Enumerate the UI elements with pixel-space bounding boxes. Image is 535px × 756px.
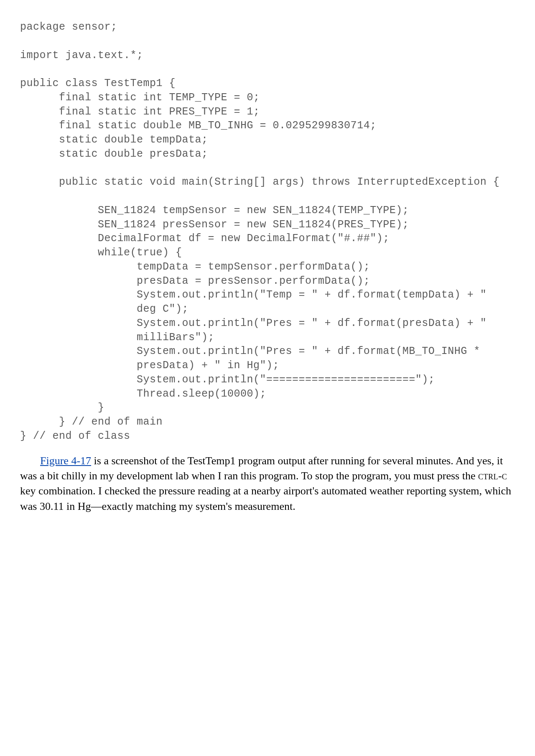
body-text-2: key combination. I checked the pressure …	[20, 485, 511, 512]
code-line: Thread.sleep(10000);	[20, 388, 266, 400]
code-line: milliBars");	[20, 331, 214, 344]
code-line: presData = presSensor.performData();	[20, 275, 370, 287]
ctrl-key-text: ctrl	[478, 470, 498, 482]
code-line: static double tempData;	[20, 134, 208, 146]
code-line: tempData = tempSensor.performData();	[20, 261, 370, 273]
code-line: System.out.println("Temp = " + df.format…	[20, 289, 487, 301]
code-line: System.out.println("Pres = " + df.format…	[20, 317, 487, 329]
code-line: } // end of main	[20, 416, 163, 428]
code-line: presData) + " in Hg");	[20, 359, 279, 372]
c-key-text: c	[502, 470, 507, 482]
code-line: public static void main(String[] args) t…	[20, 176, 499, 188]
code-line: deg C");	[20, 303, 189, 315]
code-line: while(true) {	[20, 247, 182, 259]
figure-link[interactable]: Figure 4-17	[40, 455, 91, 467]
code-line: }	[20, 402, 104, 414]
code-line: System.out.println("====================…	[20, 374, 435, 386]
code-block: package sensor; import java.text.*; publ…	[20, 20, 515, 443]
code-line: } // end of class	[20, 430, 130, 442]
code-line: static double presData;	[20, 148, 208, 160]
body-paragraph: Figure 4-17 is a screenshot of the TestT…	[20, 453, 515, 514]
code-line: package sensor;	[20, 21, 117, 33]
code-line: final static double MB_TO_INHG = 0.02952…	[20, 120, 377, 132]
code-line: SEN_11824 presSensor = new SEN_11824(PRE…	[20, 219, 409, 231]
code-line: DecimalFormat df = new DecimalFormat("#.…	[20, 232, 390, 244]
code-line: System.out.println("Pres = " + df.format…	[20, 345, 480, 357]
body-text-1: is a screenshot of the TestTemp1 program…	[20, 455, 503, 482]
code-line: import java.text.*;	[20, 49, 143, 61]
code-line: final static int PRES_TYPE = 1;	[20, 106, 260, 118]
code-line: public class TestTemp1 {	[20, 77, 176, 89]
code-line: SEN_11824 tempSensor = new SEN_11824(TEM…	[20, 204, 409, 216]
ctrl-dash: -	[498, 470, 502, 482]
code-line: final static int TEMP_TYPE = 0;	[20, 92, 260, 104]
